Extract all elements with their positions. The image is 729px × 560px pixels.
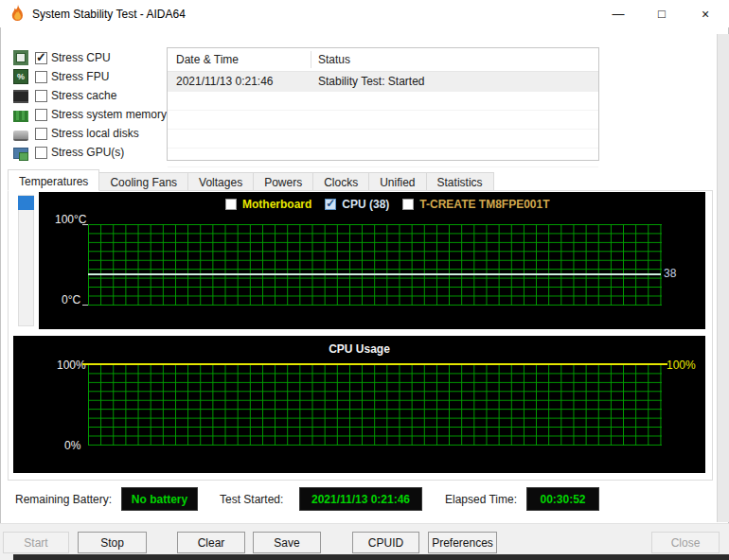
preferences-button[interactable]: Preferences [428, 532, 497, 553]
save-button[interactable]: Save [253, 532, 321, 553]
cpu-temperature-line [88, 273, 661, 275]
vertical-scale-slider-track[interactable] [18, 195, 34, 326]
window-title: System Stability Test - AIDA64 [32, 8, 186, 21]
cpu-usage-title: CPU Usage [13, 342, 705, 356]
cache-icon [13, 90, 28, 103]
legend-cpu-label: CPU (38) [342, 198, 389, 211]
close-icon: × [702, 7, 709, 22]
right-scrollbar-strip[interactable] [717, 34, 729, 522]
stress-memory-label: Stress system memory [51, 108, 167, 121]
start-button: Start [3, 532, 69, 553]
close-button[interactable]: × [684, 0, 727, 27]
stability-test-window: { "window_title": "System Stability Test… [0, 0, 729, 560]
minimize-button[interactable]: — [596, 0, 640, 27]
stress-fpu-label: Stress FPU [51, 70, 109, 83]
test-started-text: 2021/11/13 0:21:46 [311, 493, 410, 506]
cpu-usage-chart-panel: CPU Usage 100% 100% 0% [13, 336, 705, 473]
maximize-icon: □ [658, 7, 666, 21]
column-divider [311, 51, 311, 68]
chart-legend: Motherboard ✓ CPU (38) T-CREATE TM8FPE00… [225, 198, 563, 211]
elapsed-time-value: 00:30:52 [526, 487, 599, 511]
stress-disks-checkbox[interactable] [35, 128, 47, 140]
usage-axis-max-label: 100% [57, 359, 86, 372]
tab-cooling-fans[interactable]: Cooling Fans [98, 172, 188, 191]
disk-icon [13, 131, 28, 141]
tab-temperatures[interactable]: Temperatures [8, 169, 99, 191]
stress-fpu-checkbox[interactable] [35, 71, 47, 83]
stress-disks-label: Stress local disks [51, 127, 139, 140]
event-datetime: 2021/11/13 0:21:46 [176, 75, 274, 88]
stop-button[interactable]: Stop [78, 532, 147, 553]
stress-cache-checkbox[interactable] [35, 90, 47, 102]
cpu-usage-grid [88, 364, 662, 446]
legend-motherboard-label: Motherboard [242, 198, 311, 211]
check-mark: ✓ [326, 197, 335, 210]
clear-button[interactable]: Clear [177, 532, 245, 553]
stress-gpu-label: Stress GPU(s) [51, 146, 124, 159]
tab-unified[interactable]: Unified [368, 172, 426, 191]
table-header: Date & Time Status [168, 48, 598, 72]
stress-option-cache: Stress cache [13, 86, 167, 105]
remaining-battery-value: No battery [121, 487, 198, 511]
close-dialog-button: Close [651, 532, 720, 553]
test-started-value: 2021/11/13 0:21:46 [299, 487, 422, 511]
legend-tcreate-label: T-CREATE TM8FPE001T [419, 198, 549, 211]
stress-option-fpu: % Stress FPU [13, 67, 167, 86]
stress-option-memory: Stress system memory [13, 105, 167, 124]
legend-tcreate-checkbox[interactable] [402, 199, 414, 210]
tab-powers[interactable]: Powers [253, 172, 313, 191]
stress-memory-checkbox[interactable] [35, 109, 47, 121]
fpu-icon: % [13, 69, 28, 84]
stress-cpu-label: Stress CPU [51, 51, 111, 64]
column-header-status[interactable]: Status [318, 53, 350, 66]
empty-row [168, 111, 598, 130]
usage-current-value-label: 100% [667, 359, 696, 372]
event-status: Stability Test: Started [318, 75, 425, 88]
usage-axis-min-label: 0% [64, 439, 80, 452]
legend-motherboard-checkbox[interactable] [225, 199, 237, 210]
chart-tabs: Temperatures Cooling Fans Voltages Power… [8, 169, 493, 191]
table-row[interactable]: 2021/11/13 0:21:46 Stability Test: Start… [168, 72, 598, 92]
maximize-button[interactable]: □ [640, 0, 684, 27]
column-header-datetime[interactable]: Date & Time [176, 53, 239, 66]
temperature-chart-panel: Motherboard ✓ CPU (38) T-CREATE TM8FPE00… [39, 192, 705, 329]
battery-value-text: No battery [132, 493, 187, 506]
stress-option-disks: Stress local disks [13, 124, 167, 143]
tab-statistics[interactable]: Statistics [426, 172, 494, 191]
gpu-icon [13, 148, 28, 159]
cpu-usage-line [82, 363, 667, 365]
stress-cpu-checkbox[interactable]: ✓ [35, 52, 47, 64]
minimize-icon: — [613, 7, 625, 21]
background-window-edge [13, 554, 729, 560]
title-bar: System Stability Test - AIDA64 — □ × [0, 0, 729, 27]
check-mark: ✓ [36, 50, 46, 64]
stress-options-group: ✓ Stress CPU % Stress FPU Stress cache S… [13, 48, 167, 162]
elapsed-time-text: 00:30:52 [540, 493, 585, 506]
test-started-label: Test Started: [220, 493, 283, 506]
empty-row [168, 149, 598, 167]
tab-voltages[interactable]: Voltages [187, 172, 254, 191]
empty-row [168, 130, 598, 149]
cpu-icon [13, 50, 28, 65]
stress-gpu-checkbox[interactable] [35, 147, 47, 159]
temperature-grid [88, 224, 662, 306]
stress-option-gpu: Stress GPU(s) [13, 143, 167, 162]
ram-icon [13, 111, 28, 122]
elapsed-time-label: Elapsed Time: [445, 493, 517, 506]
stress-cache-label: Stress cache [51, 89, 116, 102]
event-log-table[interactable]: Date & Time Status 2021/11/13 0:21:46 St… [167, 47, 599, 161]
stress-option-cpu: ✓ Stress CPU [13, 48, 167, 67]
cpuid-button[interactable]: CPUID [352, 532, 419, 553]
tab-clocks[interactable]: Clocks [312, 172, 369, 191]
temp-axis-min-label: 0°C [62, 293, 80, 306]
aida64-flame-icon [9, 5, 26, 23]
legend-cpu-checkbox[interactable]: ✓ [325, 199, 336, 210]
remaining-battery-label: Remaining Battery: [15, 493, 112, 506]
empty-row [168, 92, 598, 111]
cpu-temperature-value: 38 [664, 267, 676, 280]
vertical-scale-slider-thumb[interactable] [18, 196, 34, 210]
